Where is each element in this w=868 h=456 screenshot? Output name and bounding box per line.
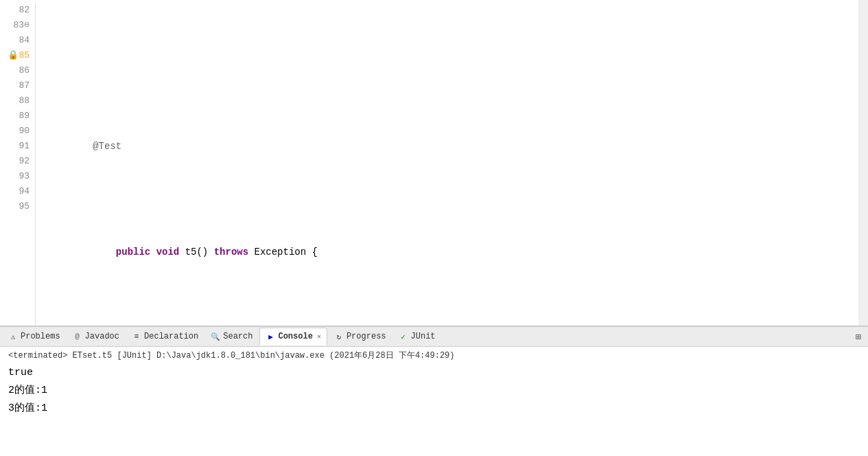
code-line-84: public void t5() throws Exception { — [47, 229, 868, 275]
line-num-94: 94 — [5, 184, 30, 199]
console-icon: ▶ — [266, 332, 275, 341]
console-terminated-text: <terminated> ETset.t5 [JUnit] D:\Java\jd… — [8, 350, 860, 361]
line-num-93: 93 — [5, 169, 30, 184]
junit-icon: ✓ — [399, 332, 408, 341]
line-num-95: 95 — [5, 199, 30, 214]
line-numbers: 82 83⊖ 84 🔒85 86 87 88 89 90 91 92 93 94… — [0, 3, 36, 326]
line-num-86: 86 — [5, 63, 30, 78]
tab-bar: ⚠ Problems @ Javadoc ≡ Declaration 🔍 Sea… — [0, 326, 868, 347]
code-line-83: @Test — [47, 124, 868, 169]
panel-menu-icon[interactable]: ⊞ — [852, 331, 865, 343]
horizontal-scrollbar[interactable] — [0, 326, 868, 326]
console-line-2: 2的值:1 — [8, 382, 860, 400]
search-icon: 🔍 — [211, 332, 220, 341]
line-num-88: 88 — [5, 93, 30, 109]
console-tab-close: ✕ — [317, 332, 321, 341]
line-num-92: 92 — [5, 154, 30, 169]
progress-icon: ↻ — [334, 332, 344, 341]
line-num-89: 89 — [5, 109, 30, 124]
tab-problems[interactable]: ⚠ Problems — [3, 328, 66, 345]
console-line-3: 3的值:1 — [8, 400, 860, 418]
tab-declaration[interactable]: ≡ Declaration — [126, 328, 204, 345]
tab-declaration-label: Declaration — [144, 332, 198, 341]
line-num-85: 🔒85 — [5, 48, 30, 63]
line-num-90: 90 — [5, 124, 30, 139]
tab-console[interactable]: ▶ Console ✕ — [259, 328, 327, 345]
tab-search[interactable]: 🔍 Search — [205, 328, 258, 345]
line-num-82: 82 — [5, 3, 30, 18]
tab-problems-label: Problems — [21, 332, 60, 341]
tab-javadoc[interactable]: @ Javadoc — [67, 328, 125, 345]
tab-javadoc-label: Javadoc — [85, 332, 119, 341]
tab-progress[interactable]: ↻ Progress — [329, 328, 392, 345]
console-content: <terminated> ETset.t5 [JUnit] D:\Java\jd… — [0, 347, 868, 456]
editor-area: 82 83⊖ 84 🔒85 86 87 88 89 90 91 92 93 94… — [0, 0, 868, 326]
line-num-87: 87 — [5, 78, 30, 93]
javadoc-icon: @ — [73, 332, 82, 341]
problems-icon: ⚠ — [8, 332, 18, 341]
line-num-91: 91 — [5, 139, 30, 154]
vertical-scrollbar[interactable] — [858, 0, 868, 326]
tab-junit[interactable]: ✓ JUnit — [393, 328, 441, 345]
line-num-84: 84 — [5, 33, 30, 48]
declaration-icon: ≡ — [132, 332, 141, 341]
tab-search-label: Search — [223, 332, 253, 341]
tab-junit-label: JUnit — [411, 332, 436, 341]
line-num-83: 83⊖ — [5, 18, 30, 33]
bottom-panel: ⚠ Problems @ Javadoc ≡ Declaration 🔍 Sea… — [0, 326, 868, 456]
console-line-1: true — [8, 364, 860, 382]
code-content[interactable]: @Test public void t5() throws Exception … — [36, 3, 868, 326]
tab-console-label: Console — [278, 332, 312, 341]
console-output: true 2的值:1 3的值:1 — [8, 364, 860, 418]
tab-progress-label: Progress — [347, 332, 386, 341]
